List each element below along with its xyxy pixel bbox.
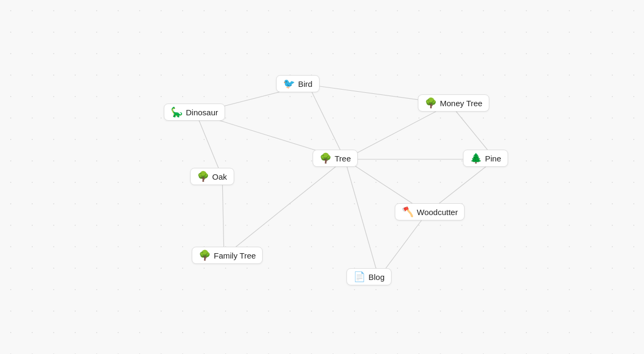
node-money-tree[interactable]: 🌳Money Tree — [418, 94, 489, 112]
svg-line-8 — [224, 159, 345, 256]
money-tree-icon: 🌳 — [425, 98, 437, 108]
svg-line-12 — [222, 178, 224, 256]
node-pine[interactable]: 🌲Pine — [463, 150, 508, 167]
svg-line-9 — [345, 159, 379, 278]
dinosaur-label: Dinosaur — [186, 108, 218, 117]
tree-icon: 🌳 — [320, 153, 331, 163]
tree-label: Tree — [335, 154, 351, 163]
dinosaur-icon: 🦕 — [171, 107, 183, 117]
svg-line-1 — [308, 85, 345, 159]
family-tree-icon: 🌳 — [199, 250, 211, 260]
node-bird[interactable]: 🐦Bird — [276, 75, 320, 92]
pine-label: Pine — [485, 154, 501, 163]
node-oak[interactable]: 🌳Oak — [190, 168, 234, 185]
bird-label: Bird — [298, 79, 313, 88]
pine-icon: 🌲 — [470, 153, 482, 163]
bird-icon: 🐦 — [283, 79, 295, 88]
blog-label: Blog — [368, 272, 385, 282]
node-blog[interactable]: 📄Blog — [346, 268, 392, 285]
oak-icon: 🌳 — [197, 172, 209, 181]
node-tree[interactable]: 🌳Tree — [313, 150, 358, 167]
money-tree-label: Money Tree — [440, 99, 482, 108]
node-dinosaur[interactable]: 🦕Dinosaur — [164, 104, 225, 121]
woodcutter-label: Woodcutter — [417, 208, 458, 217]
node-family-tree[interactable]: 🌳Family Tree — [192, 247, 263, 264]
oak-label: Oak — [212, 172, 227, 181]
svg-line-5 — [345, 104, 450, 159]
node-woodcutter[interactable]: 🪓Woodcutter — [395, 203, 465, 220]
blog-icon: 📄 — [353, 272, 365, 282]
connections-svg — [0, 0, 644, 354]
woodcutter-icon: 🪓 — [402, 207, 414, 217]
family-tree-label: Family Tree — [214, 251, 256, 260]
